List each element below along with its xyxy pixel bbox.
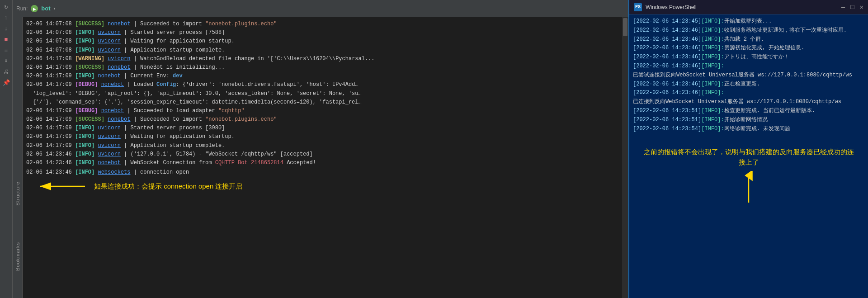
- ps-line: [2022-02-06 14:23:54] [INFO]: 网络诊断完成. 未发…: [633, 125, 864, 134]
- download-icon[interactable]: ⬇: [1, 56, 11, 66]
- structure-label: Structure: [15, 181, 20, 206]
- log-line: 02-06 14:17:09 [INFO] nonebot | Current …: [26, 72, 618, 80]
- log-line: 02-06 14:17:09 [DEBUG] nonebot | Succeed…: [26, 107, 618, 115]
- log-line: 02-06 14:17:09 [SUCCESS] nonebot | NoneB…: [26, 63, 618, 72]
- log-line: 02-06 14:17:09 [DEBUG] nonebot | Loaded …: [26, 80, 618, 89]
- ps-line: [2022-02-06 14:23:46] [INFO]: 已尝试连接到反向We…: [633, 62, 864, 80]
- right-arrow-svg: [735, 171, 762, 207]
- powershell-panel: PS Windows PowerShell — □ ✕ [2022-02-06 …: [628, 0, 868, 298]
- bot-icon: ▶: [30, 5, 38, 13]
- refresh-icon[interactable]: ↻: [1, 2, 11, 12]
- arrow-up-icon[interactable]: ↑: [1, 13, 11, 23]
- console-scrollbar[interactable]: [622, 17, 628, 298]
- log-line: 02-06 14:07:08 [SUCCESS] nonebot | Succe…: [26, 20, 618, 28]
- ide-main: Run: ▶ bot ▾ Structure Bookmarks 02-06 1…: [13, 0, 628, 298]
- ps-line: [2022-02-06 14:23:46] [INFO]: 共加载 2 个群.: [633, 35, 864, 44]
- ps-line: [2022-02-06 14:23:51] [INFO]: 开始诊断网络情况: [633, 116, 864, 125]
- bottom-annotation-text: 如果连接成功：会提示 connection open 连接开启: [94, 181, 242, 192]
- log-line: 02-06 14:17:09 [INFO] uvicorn | Applicat…: [26, 142, 618, 150]
- ps-controls: — □ ✕: [841, 4, 863, 10]
- chevron-icon[interactable]: ▾: [53, 6, 56, 11]
- pin-icon[interactable]: 📌: [1, 78, 11, 88]
- restore-button[interactable]: □: [850, 4, 854, 10]
- powershell-title: Windows PowerShell: [646, 4, 838, 10]
- log-line: 'log_level': 'DEBUG', 'api_root': {}, 'a…: [26, 90, 618, 98]
- powershell-icon: PS: [634, 3, 642, 11]
- ps-line: [2022-02-06 14:23:46] [INFO]: 正在检查更新.: [633, 80, 864, 89]
- minimize-button[interactable]: —: [841, 4, 845, 10]
- log-line: 02-06 14:07:08 [INFO] uvicorn | Started …: [26, 28, 618, 37]
- ps-line: [2022-02-06 14:23:46] [INFO]: 已连接到反向WebS…: [633, 89, 864, 107]
- stop-icon[interactable]: ■: [1, 34, 11, 44]
- connection-open-line: 02-06 14:23:46 [INFO] websockets | conne…: [26, 168, 618, 177]
- ps-line: [2022-02-06 14:23:51] [INFO]: 检查更新完成. 当前…: [633, 107, 864, 116]
- right-annotation: 之前的报错将不会出现了，说明与我们搭建的反向服务器已经成功的连接上了: [633, 147, 864, 207]
- log-line: 02-06 14:07:08 [INFO] uvicorn | Waiting …: [26, 37, 618, 46]
- bottom-arrow-svg: [35, 180, 90, 193]
- close-button[interactable]: ✕: [860, 4, 863, 10]
- bot-name[interactable]: bot: [41, 5, 50, 12]
- log-line: 02-06 14:23:46 [INFO] nonebot | WebSocke…: [26, 159, 618, 167]
- powershell-content[interactable]: [2022-02-06 14:23:45] [INFO]: 开始加载群列表...…: [629, 14, 868, 298]
- ps-line: [2022-02-06 14:23:45] [INFO]: 开始加载群列表...: [633, 17, 864, 26]
- ide-left-bar: ↻ ↑ ↓ ■ ≡ ⬇ 🖨 📌: [0, 0, 13, 298]
- powershell-titlebar: PS Windows PowerShell — □ ✕: [629, 0, 868, 14]
- log-line: 02-06 14:17:08 [WARNING] uvicorn | Watch…: [26, 55, 618, 63]
- log-line: {'/'}, 'command_sep': {'.'}, 'session_ex…: [26, 98, 618, 107]
- bookmarks-label: Bookmarks: [15, 242, 20, 271]
- log-line: 02-06 14:23:46 [INFO] uvicorn | ('127.0.…: [26, 150, 618, 159]
- lines-icon[interactable]: ≡: [1, 45, 11, 55]
- log-line: 02-06 14:07:08 [INFO] uvicorn | Applicat…: [26, 46, 618, 55]
- console-panel[interactable]: 02-06 14:07:08 [SUCCESS] nonebot | Succe…: [23, 17, 622, 298]
- run-label: Run:: [16, 5, 28, 12]
- right-annotation-text: 之前的报错将不会出现了，说明与我们搭建的反向服务器已经成功的连接上了: [642, 147, 855, 167]
- left-strip: Structure Bookmarks: [13, 17, 23, 298]
- arrow-down-icon[interactable]: ↓: [1, 24, 11, 33]
- bottom-annotation: 如果连接成功：会提示 connection open 连接开启: [26, 180, 618, 193]
- print-icon[interactable]: 🖨: [1, 67, 11, 77]
- log-line: 02-06 14:17:09 [INFO] uvicorn | Waiting …: [26, 132, 618, 141]
- toolbar: Run: ▶ bot ▾: [13, 0, 628, 17]
- log-line: 02-06 14:17:09 [SUCCESS] nonebot | Succe…: [26, 115, 618, 124]
- ps-line: [2022-02-06 14:23:46] [INFO]: 资源初始化完成, 开…: [633, 44, 864, 53]
- svg-text:▶: ▶: [33, 7, 36, 11]
- log-line: 02-06 14:17:09 [INFO] uvicorn | Started …: [26, 124, 618, 132]
- content-area: Structure Bookmarks 02-06 14:07:08 [SUCC…: [13, 17, 628, 298]
- ps-line: [2022-02-06 14:23:46] [INFO]: 收到服务器地址更新通…: [633, 26, 864, 35]
- ps-line: [2022-02-06 14:23:46] [INFO]: アトリは、高性能です…: [633, 53, 864, 62]
- scrollbar-thumb[interactable]: [623, 18, 627, 36]
